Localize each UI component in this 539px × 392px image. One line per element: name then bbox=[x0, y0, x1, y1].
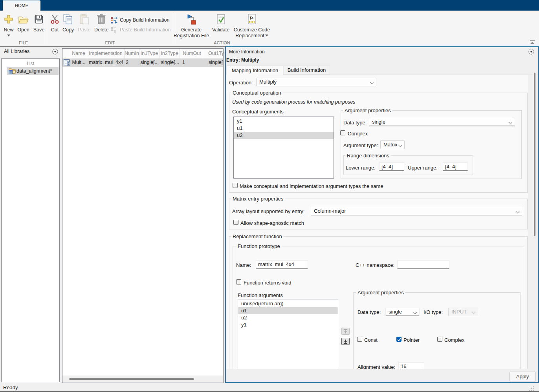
conceptual-arg-u1[interactable]: u1 bbox=[234, 125, 334, 132]
col-header-in2type[interactable]: In2Type bbox=[160, 49, 180, 58]
function-name-input[interactable]: matrix_mul_4x4 bbox=[256, 260, 308, 269]
customize-code-replacement-button[interactable]: fx Customize Code Replacement bbox=[233, 12, 271, 44]
cell-implementation: matrix_mul_4x4 bbox=[89, 58, 124, 67]
panel-vscroll-track[interactable] bbox=[528, 75, 538, 382]
title-bar bbox=[0, 0, 539, 11]
cell-in2type: single[... bbox=[160, 58, 179, 67]
col-header-numout[interactable]: NumOut bbox=[180, 49, 204, 58]
status-bar bbox=[0, 383, 539, 392]
copy-build-info-button[interactable]: Copy Build Information bbox=[110, 16, 170, 24]
library-item-selected[interactable]: data_alignment* bbox=[7, 67, 59, 75]
upper-range-label: Upper range: bbox=[408, 165, 438, 171]
new-button[interactable]: New bbox=[2, 12, 15, 44]
array-layout-chevron-icon bbox=[516, 210, 520, 213]
generate-registration-file-button[interactable]: Generate Registration File bbox=[175, 12, 207, 44]
lower-range-input[interactable]: [4 4] bbox=[379, 162, 404, 171]
matrix-entry-properties-legend: Matrix entry properties bbox=[231, 196, 285, 202]
data-type-dropdown[interactable]: single bbox=[369, 118, 515, 126]
save-button[interactable]: Save bbox=[33, 12, 45, 44]
conceptual-arg-y1[interactable]: y1 bbox=[234, 118, 334, 125]
array-layout-value: Column-major bbox=[314, 208, 346, 214]
cut-button[interactable]: Cut bbox=[50, 12, 60, 44]
open-icon bbox=[18, 16, 29, 24]
function-arg-u1[interactable]: u1 bbox=[238, 307, 338, 314]
function-complex-checkbox[interactable] bbox=[437, 337, 442, 342]
function-name-label: Name: bbox=[236, 262, 251, 268]
apply-button[interactable]: Apply bbox=[509, 372, 536, 381]
validate-button[interactable]: Validate bbox=[211, 12, 230, 44]
function-data-type-dropdown[interactable]: single bbox=[385, 308, 420, 316]
cpp-namespace-input[interactable] bbox=[397, 260, 449, 269]
entry-table bbox=[62, 48, 224, 383]
move-down-button[interactable] bbox=[341, 338, 350, 345]
complex-label: Complex bbox=[348, 131, 368, 137]
apply-strip bbox=[226, 369, 538, 382]
open-button[interactable]: Open bbox=[17, 12, 30, 44]
left-panel-collapse-icon[interactable] bbox=[52, 49, 58, 55]
col-header-numin[interactable]: NumIn bbox=[125, 49, 139, 58]
cpp-namespace-label: C++ namespace: bbox=[356, 262, 394, 268]
move-up-button[interactable] bbox=[341, 328, 350, 335]
make-same-checkbox[interactable] bbox=[233, 183, 238, 188]
resize-grip-icon[interactable] bbox=[529, 386, 534, 391]
delete-button[interactable]: Delete bbox=[94, 12, 108, 44]
cell-in1type: single[... bbox=[139, 58, 159, 67]
svg-text:fx: fx bbox=[250, 15, 254, 20]
cell-name: Mult... bbox=[70, 58, 87, 67]
argument-type-chevron-icon bbox=[398, 143, 402, 147]
io-type-dropdown[interactable]: INPUT bbox=[448, 308, 478, 316]
tab-build-information[interactable]: Build Information bbox=[283, 66, 330, 75]
copy-build-info-icon bbox=[111, 16, 118, 24]
function-argument-properties-legend: Argument properties bbox=[356, 290, 405, 295]
col-header-implementation[interactable]: Implementation bbox=[87, 49, 125, 58]
upper-range-input[interactable]: [4 4] bbox=[443, 162, 468, 171]
operation-dropdown[interactable]: Multiply bbox=[256, 78, 376, 86]
argument-type-dropdown[interactable]: Matrix bbox=[380, 140, 405, 149]
function-arguments-listbox[interactable]: unused(return arg) u1 u2 y1 bbox=[238, 299, 338, 369]
left-panel-title: All Libraries bbox=[4, 49, 29, 55]
minimize-ribbon-icon[interactable] bbox=[530, 40, 535, 44]
panel-vscroll-thumb[interactable] bbox=[534, 73, 535, 236]
conceptual-arguments-listbox[interactable]: y1 u1 u2 bbox=[233, 117, 334, 179]
cell-numout: 1 bbox=[182, 58, 204, 67]
status-text: Ready bbox=[3, 385, 18, 390]
panel-header bbox=[226, 47, 538, 56]
customize-code-replacement-icon: fx bbox=[248, 14, 256, 24]
operation-chevron-icon bbox=[370, 80, 374, 84]
copy-button[interactable]: Copy bbox=[61, 12, 75, 44]
const-checkbox[interactable] bbox=[357, 337, 362, 342]
io-type-chevron-icon bbox=[472, 310, 476, 314]
function-arg-u2[interactable]: u2 bbox=[238, 314, 338, 321]
panel-title: More Information bbox=[229, 49, 265, 55]
data-type-value: single bbox=[372, 119, 385, 125]
allow-shape-agnostic-checkbox[interactable] bbox=[233, 220, 238, 225]
col-header-name[interactable]: Name bbox=[70, 49, 87, 58]
paste-button[interactable]: Paste bbox=[77, 12, 91, 44]
validate-icon bbox=[217, 14, 225, 24]
pointer-checkbox[interactable] bbox=[396, 337, 402, 342]
array-layout-dropdown[interactable]: Column-major bbox=[311, 207, 522, 215]
panel-collapse-icon[interactable] bbox=[528, 49, 534, 55]
tab-mapping-information[interactable]: Mapping Information bbox=[227, 66, 283, 75]
io-type-label: I/O type: bbox=[424, 309, 443, 315]
ribbon-separator-1 bbox=[47, 12, 47, 44]
function-returns-void-checkbox[interactable] bbox=[236, 279, 241, 284]
entry-title: Entry: Multiply bbox=[226, 57, 259, 63]
col-header-in1type[interactable]: In1Type bbox=[139, 49, 160, 58]
paste-build-info-button[interactable]: Paste Build Information bbox=[110, 26, 172, 34]
lower-range-label: Lower range: bbox=[346, 165, 376, 171]
conceptual-note: Used by code generation process for matc… bbox=[232, 99, 355, 105]
function-arg-y1[interactable]: y1 bbox=[238, 321, 338, 328]
function-arg-unused[interactable]: unused(return arg) bbox=[238, 300, 338, 307]
save-icon bbox=[35, 15, 43, 24]
conceptual-arg-u2[interactable]: u2 bbox=[234, 132, 334, 139]
tab-bar-line bbox=[283, 75, 538, 75]
table-hscroll-thumb[interactable] bbox=[69, 378, 194, 380]
data-type-chevron-icon bbox=[509, 120, 513, 124]
tab-home[interactable]: HOME bbox=[3, 0, 40, 11]
array-layout-label: Array layout supported by entry: bbox=[232, 208, 304, 214]
col-header-out1type[interactable]: Out1Ty bbox=[204, 49, 223, 58]
col-header-icon[interactable] bbox=[62, 49, 70, 58]
library-folder-icon bbox=[9, 68, 16, 74]
complex-checkbox[interactable] bbox=[340, 130, 345, 135]
